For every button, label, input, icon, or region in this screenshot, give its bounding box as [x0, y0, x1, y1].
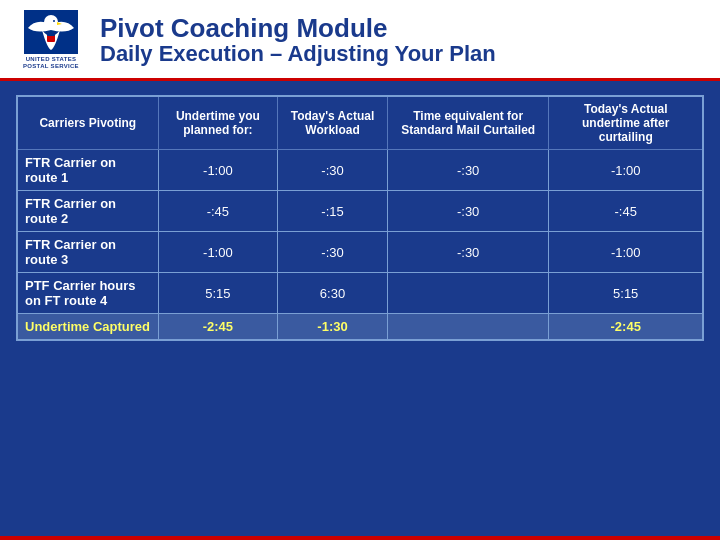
- svg-rect-4: [47, 32, 55, 36]
- time-equiv-val: -:30: [387, 150, 549, 191]
- table-row: FTR Carrier on route 2 -:45 -:15 -:30 -:…: [17, 191, 703, 232]
- time-equiv-val: [387, 273, 549, 314]
- actual-workload-val: -:30: [278, 150, 388, 191]
- col-header-undertime-planned: Undertime you planned for:: [158, 96, 278, 150]
- header: UNITED STATES POSTAL SERVICE Pivot Coach…: [0, 0, 720, 81]
- actual-undertime-val: -1:00: [549, 232, 703, 273]
- time-equiv-val: [387, 314, 549, 341]
- carrier-label: PTF Carrier hours on FT route 4: [17, 273, 158, 314]
- carrier-label: Undertime Captured: [17, 314, 158, 341]
- bottom-red-line: [0, 536, 720, 540]
- svg-point-7: [53, 20, 55, 22]
- page-title-main: Pivot Coaching Module: [100, 14, 496, 43]
- svg-point-6: [65, 23, 67, 25]
- col-header-actual-undertime: Today's Actual undertime after curtailin…: [549, 96, 703, 150]
- actual-workload-val: -:30: [278, 232, 388, 273]
- logo-area: UNITED STATES POSTAL SERVICE: [16, 10, 86, 70]
- col-header-time-equivalent: Time equivalent for Standard Mail Curtai…: [387, 96, 549, 150]
- actual-workload-val: -1:30: [278, 314, 388, 341]
- logo-text: UNITED STATES POSTAL SERVICE: [23, 56, 79, 70]
- undertime-planned-val: 5:15: [158, 273, 278, 314]
- actual-undertime-val: -:45: [549, 191, 703, 232]
- table-row: PTF Carrier hours on FT route 4 5:15 6:3…: [17, 273, 703, 314]
- actual-workload-val: 6:30: [278, 273, 388, 314]
- carrier-label: FTR Carrier on route 2: [17, 191, 158, 232]
- actual-undertime-val: -1:00: [549, 150, 703, 191]
- header-titles: Pivot Coaching Module Daily Execution – …: [100, 14, 496, 67]
- pivot-table: Carriers Pivoting Undertime you planned …: [16, 95, 704, 341]
- undertime-planned-val: -1:00: [158, 232, 278, 273]
- actual-undertime-val: 5:15: [549, 273, 703, 314]
- undertime-planned-val: -2:45: [158, 314, 278, 341]
- svg-point-2: [44, 15, 58, 29]
- content-area: Carriers Pivoting Undertime you planned …: [0, 81, 720, 536]
- col-header-carriers: Carriers Pivoting: [17, 96, 158, 150]
- actual-workload-val: -:15: [278, 191, 388, 232]
- table-row: FTR Carrier on route 1 -1:00 -:30 -:30 -…: [17, 150, 703, 191]
- table-header-row: Carriers Pivoting Undertime you planned …: [17, 96, 703, 150]
- actual-undertime-val: -2:45: [549, 314, 703, 341]
- col-header-actual-workload: Today's Actual Workload: [278, 96, 388, 150]
- undertime-planned-val: -1:00: [158, 150, 278, 191]
- table-row: FTR Carrier on route 3 -1:00 -:30 -:30 -…: [17, 232, 703, 273]
- svg-point-5: [35, 23, 37, 25]
- time-equiv-val: -:30: [387, 232, 549, 273]
- usps-logo: [24, 10, 78, 54]
- table-body: FTR Carrier on route 1 -1:00 -:30 -:30 -…: [17, 150, 703, 341]
- time-equiv-val: -:30: [387, 191, 549, 232]
- page-container: UNITED STATES POSTAL SERVICE Pivot Coach…: [0, 0, 720, 540]
- carrier-label: FTR Carrier on route 3: [17, 232, 158, 273]
- table-row-last: Undertime Captured -2:45 -1:30 -2:45: [17, 314, 703, 341]
- undertime-planned-val: -:45: [158, 191, 278, 232]
- page-title-sub: Daily Execution – Adjusting Your Plan: [100, 42, 496, 66]
- carrier-label: FTR Carrier on route 1: [17, 150, 158, 191]
